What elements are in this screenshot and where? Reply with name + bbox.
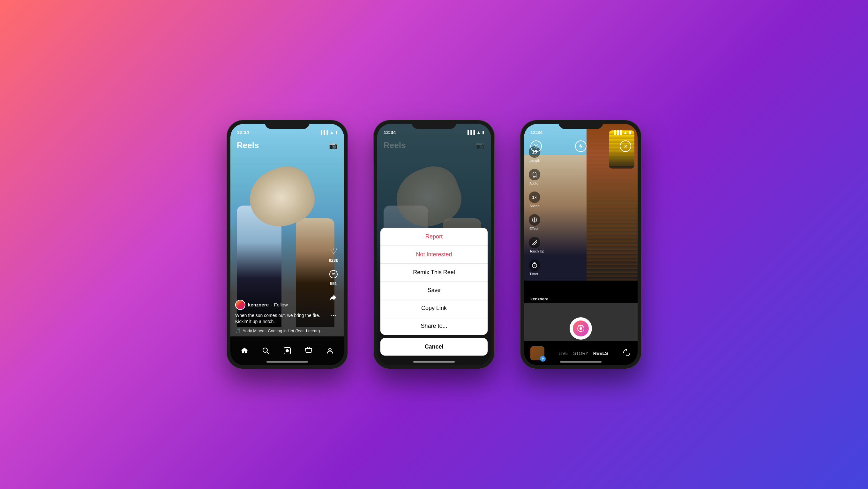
battery-icon-2: ▮ [482,130,485,135]
record-area [524,317,638,340]
nav-home[interactable] [240,347,249,355]
like-action[interactable]: ♡ 823k [328,245,339,263]
status-time-2: 12:34 [383,130,396,135]
notch-3 [558,120,603,129]
svg-point-22 [580,325,582,327]
timer-control[interactable]: Timer [529,259,544,276]
settings-button[interactable] [530,141,542,152]
username-label[interactable]: kenzoere [248,302,269,307]
nav-profile[interactable] [326,347,334,355]
camera-button-1[interactable]: 📷 [329,142,338,150]
gallery-plus-icon: + [540,356,546,362]
music-info[interactable]: 🎵 Andy Mineo · Coming in Hot (feat. Lecr… [235,328,322,333]
phone-2: 12:34 ▐▐▐ ▲ ▮ Reels 📷 Report Not Interes… [373,120,495,369]
flash-button[interactable] [575,141,587,152]
report-button[interactable]: Report [380,228,488,246]
notch-1 [265,120,310,129]
nav-search[interactable] [262,347,270,355]
speed-label: Speed [529,204,539,208]
svg-point-9 [288,347,290,348]
svg-point-3 [263,348,268,353]
notch-2 [412,120,456,129]
signal-icon: ▐▐▐ [319,130,328,135]
audio-control[interactable]: Audio [529,169,544,185]
status-icons-2: ▐▐▐ ▲ ▮ [466,130,485,135]
mode-live[interactable]: LIVE [559,351,568,356]
svg-line-17 [534,265,535,266]
effect-icon [529,214,540,226]
reel-caption: When the sun comes out, we bring the fir… [235,312,322,325]
battery-icon: ▮ [335,130,338,135]
cancel-button[interactable]: Cancel [380,338,488,356]
like-icon[interactable]: ♡ [328,245,339,256]
status-icons-1: ▐▐▐ ▲ ▮ [319,130,338,135]
reel-actions: ♡ 823k 551 [328,245,339,320]
avatar[interactable] [235,300,245,310]
speed-control[interactable]: 1× Speed [529,191,544,208]
more-icon[interactable]: ··· [328,309,339,320]
battery-icon-3: ▮ [629,130,631,135]
reel-user: kenzoere · Follow [235,300,322,310]
follow-button[interactable]: · Follow [271,302,288,307]
speed-icon: 1× [529,191,540,203]
like-count: 823k [329,258,338,263]
wifi-icon-3: ▲ [623,130,627,135]
share-icon[interactable] [328,292,339,303]
copy-link-button[interactable]: Copy Link [380,299,488,317]
home-indicator-1 [267,361,308,363]
close-icon: ✕ [624,143,628,149]
home-indicator-3 [560,361,601,363]
audio-icon [529,169,540,180]
home-indicator-2 [413,361,455,363]
timer-label: Timer [529,272,538,276]
svg-point-10 [329,348,331,351]
music-artist: Andy Mineo · Coming in Hot (feat. Lecrae… [243,329,320,333]
feed-header: Reels 📷 [230,138,344,153]
svg-line-4 [267,352,269,354]
touchup-icon [529,237,540,248]
phone-3: 12:34 ▐▐▐ ▲ ▮ [520,120,642,369]
signal-icon-2: ▐▐▐ [466,130,475,135]
mode-story[interactable]: STORY [573,351,588,356]
gallery-thumb[interactable]: + [530,346,545,360]
signal-icon-3: ▐▐▐ [613,130,622,135]
touchup-control[interactable]: Touch Up [529,237,544,253]
screen-1: 12:34 ▐▐▐ ▲ ▮ Reels 📷 ♡ 823k [230,124,344,365]
wifi-icon: ▲ [330,130,334,135]
touchup-label: Touch Up [529,249,544,253]
length-label: Length [529,159,540,162]
share-to-button[interactable]: Share to... [380,317,488,335]
nav-shop[interactable] [304,347,313,355]
effect-control[interactable]: Effect [529,214,544,231]
svg-point-20 [580,327,582,330]
action-sheet: Report Not Interested Remix This Reel Sa… [377,225,491,365]
music-note-icon: 🎵 [235,328,241,333]
not-interested-button[interactable]: Not Interested [380,246,488,264]
status-time-3: 12:34 [530,130,542,135]
nav-reels[interactable] [283,347,291,355]
remix-button[interactable]: Remix This Reel [380,264,488,281]
svg-point-7 [285,347,286,348]
svg-point-23 [582,325,583,327]
camera-controls: 15 Length Audio 1× Speed [529,146,544,276]
flip-camera-button[interactable] [622,348,631,359]
screen-3: 12:34 ▐▐▐ ▲ ▮ [524,124,638,365]
save-button[interactable]: Save [380,281,488,299]
svg-point-8 [286,347,288,348]
record-inner [573,320,589,336]
svg-point-11 [535,145,537,147]
cam-header: ✕ [524,138,638,154]
comment-icon[interactable] [328,269,339,280]
comment-action[interactable]: 551 [328,269,339,286]
reel-info: kenzoere · Follow When the sun comes out… [235,300,322,333]
effect-label: Effect [529,226,538,231]
svg-point-21 [578,325,580,327]
record-button[interactable] [569,317,592,340]
close-button[interactable]: ✕ [620,141,631,152]
share-action[interactable] [328,292,339,303]
more-action[interactable]: ··· [328,309,339,320]
timer-icon [529,259,540,271]
mode-reels[interactable]: REELS [593,351,608,356]
status-time-1: 12:34 [237,130,249,135]
action-sheet-menu: Report Not Interested Remix This Reel Sa… [380,228,488,335]
